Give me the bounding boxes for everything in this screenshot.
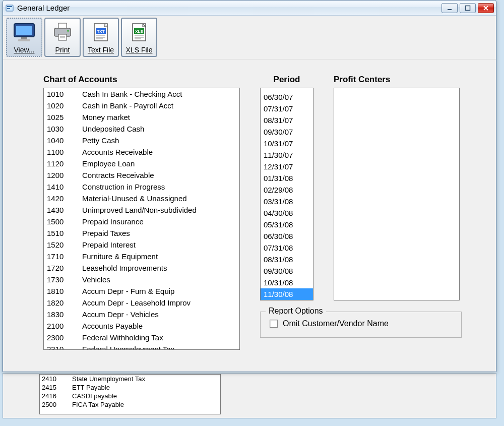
period-row[interactable]: 07/31/07 bbox=[261, 103, 313, 114]
account-row[interactable]: 1200Contracts Receivable bbox=[44, 169, 239, 181]
accounts-listbox[interactable]: 1010Cash In Bank - Checking Acct1020Cash… bbox=[43, 88, 240, 350]
period-row[interactable]: 09/30/08 bbox=[261, 265, 313, 277]
period-row[interactable]: 08/31/07 bbox=[261, 114, 313, 126]
account-row[interactable]: 1030Undeposited Cash bbox=[44, 123, 239, 135]
account-row[interactable]: 1020Cash in Bank - Payroll Acct bbox=[44, 100, 239, 111]
account-row[interactable]: 1010Cash In Bank - Checking Acct bbox=[44, 88, 239, 100]
period-panel: Period 05/31/0706/30/0707/31/0708/31/070… bbox=[260, 75, 313, 300]
svg-rect-1 bbox=[7, 6, 12, 7]
print-button[interactable]: Print bbox=[44, 18, 81, 57]
account-row[interactable]: 1510Prepaid Taxes bbox=[44, 227, 239, 239]
period-row[interactable]: 10/31/07 bbox=[261, 138, 313, 149]
app-icon bbox=[5, 4, 14, 13]
omit-customer-label: Omit Customer/Vendor Name bbox=[283, 319, 389, 328]
period-row[interactable]: 01/31/08 bbox=[261, 172, 313, 184]
account-row[interactable]: 2300Federal Withholding Tax bbox=[44, 332, 239, 343]
svg-rect-7 bbox=[21, 37, 27, 39]
toolbar: View... Print TXT bbox=[3, 16, 496, 59]
account-row[interactable]: 1120Employee Loan bbox=[44, 158, 239, 169]
account-row[interactable]: 1520Prepaid Interest bbox=[44, 239, 239, 251]
account-row[interactable]: 2310Federal Unemployment Tax bbox=[44, 343, 239, 350]
account-row[interactable]: 1040Petty Cash bbox=[44, 135, 239, 146]
account-row[interactable]: 1025Money market bbox=[44, 111, 239, 123]
svg-rect-8 bbox=[18, 39, 30, 41]
period-row[interactable]: 04/30/08 bbox=[261, 207, 313, 219]
svg-rect-2 bbox=[7, 8, 10, 9]
print-label: Print bbox=[55, 46, 70, 54]
period-row[interactable]: 05/31/07 bbox=[261, 88, 313, 91]
background-row: 2416CASDI payable bbox=[40, 392, 220, 400]
titlebar[interactable]: General Ledger bbox=[3, 1, 496, 16]
period-row[interactable]: 06/30/07 bbox=[261, 91, 313, 103]
text-file-label: Text File bbox=[88, 46, 114, 54]
account-row[interactable]: 1430Unimproved Land/Non-subdivided bbox=[44, 204, 239, 216]
general-ledger-window: General Ledger View... bbox=[3, 0, 496, 372]
txt-file-icon: TXT bbox=[90, 19, 112, 46]
xls-file-icon: XLS bbox=[128, 19, 150, 46]
account-row[interactable]: 2100Accounts Payable bbox=[44, 320, 239, 332]
period-row[interactable]: 10/31/08 bbox=[261, 277, 313, 288]
profit-centers-listbox[interactable] bbox=[334, 88, 460, 300]
close-button[interactable] bbox=[478, 3, 494, 13]
text-file-button[interactable]: TXT Text File bbox=[83, 18, 119, 57]
period-row[interactable]: 08/31/08 bbox=[261, 254, 313, 265]
chart-of-accounts-label: Chart of Accounts bbox=[43, 75, 240, 85]
svg-rect-3 bbox=[448, 9, 452, 10]
period-row[interactable]: 06/30/08 bbox=[261, 230, 313, 242]
account-row[interactable]: 1500Prepaid Insurance bbox=[44, 216, 239, 227]
svg-rect-6 bbox=[16, 26, 32, 35]
profit-centers-panel: Profit Centers bbox=[334, 75, 460, 300]
background-row: 2415ETT Payable bbox=[40, 383, 220, 392]
printer-icon bbox=[50, 19, 75, 46]
account-row[interactable]: 1720Leasehold Improvements bbox=[44, 262, 239, 274]
omit-customer-checkbox[interactable] bbox=[270, 320, 278, 328]
maximize-button[interactable] bbox=[460, 3, 476, 13]
period-row[interactable]: 05/31/08 bbox=[261, 219, 313, 230]
view-label: View... bbox=[14, 46, 35, 54]
account-row[interactable]: 1100Accounts Receivable bbox=[44, 146, 239, 158]
window-title: General Ledger bbox=[17, 4, 442, 12]
account-row[interactable]: 1410Construction in Progress bbox=[44, 181, 239, 193]
period-row[interactable]: 09/30/07 bbox=[261, 126, 313, 138]
period-row[interactable]: 12/31/07 bbox=[261, 161, 313, 172]
background-row: 2500FICA Tax Payable bbox=[40, 400, 220, 409]
content-area: Chart of Accounts 1010Cash In Bank - Che… bbox=[3, 59, 496, 372]
profit-centers-label: Profit Centers bbox=[334, 75, 460, 85]
account-row[interactable]: 1810Accum Depr - Furn & Equip bbox=[44, 285, 239, 297]
minimize-button[interactable] bbox=[442, 3, 458, 13]
account-row[interactable]: 1820Accum Depr - Leasehold Improv bbox=[44, 297, 239, 309]
view-button[interactable]: View... bbox=[6, 18, 42, 57]
background-row: 2410State Unemployment Tax bbox=[40, 375, 220, 383]
monitor-icon bbox=[12, 19, 36, 46]
svg-rect-4 bbox=[466, 6, 470, 10]
period-row[interactable]: 03/31/08 bbox=[261, 196, 313, 207]
accounts-panel: Chart of Accounts 1010Cash In Bank - Che… bbox=[43, 75, 240, 350]
svg-text:XLS: XLS bbox=[135, 29, 143, 34]
period-row[interactable]: 11/30/07 bbox=[261, 149, 313, 161]
svg-text:TXT: TXT bbox=[97, 29, 104, 34]
xls-file-button[interactable]: XLS XLS File bbox=[121, 18, 157, 57]
account-row[interactable]: 1420Material-Unused & Unassigned bbox=[44, 193, 239, 204]
period-listbox[interactable]: 05/31/0706/30/0707/31/0708/31/0709/30/07… bbox=[260, 88, 313, 300]
report-options-legend: Report Options bbox=[266, 307, 326, 316]
svg-rect-11 bbox=[58, 34, 67, 40]
period-row[interactable]: 11/30/08 bbox=[261, 288, 313, 300]
report-options-group: Report Options Omit Customer/Vendor Name bbox=[260, 312, 462, 338]
svg-point-12 bbox=[67, 30, 69, 32]
period-row[interactable]: 02/29/08 bbox=[261, 184, 313, 196]
account-row[interactable]: 1710Furniture & Equipment bbox=[44, 251, 239, 262]
account-row[interactable]: 1830Accum Depr - Vehicles bbox=[44, 309, 239, 320]
period-row[interactable]: 07/31/08 bbox=[261, 242, 313, 254]
background-account-list: 2410State Unemployment Tax2415ETT Payabl… bbox=[39, 374, 221, 414]
xls-file-label: XLS File bbox=[126, 46, 153, 54]
svg-rect-9 bbox=[58, 23, 67, 28]
period-label: Period bbox=[260, 75, 313, 85]
account-row[interactable]: 1730Vehicles bbox=[44, 274, 239, 285]
